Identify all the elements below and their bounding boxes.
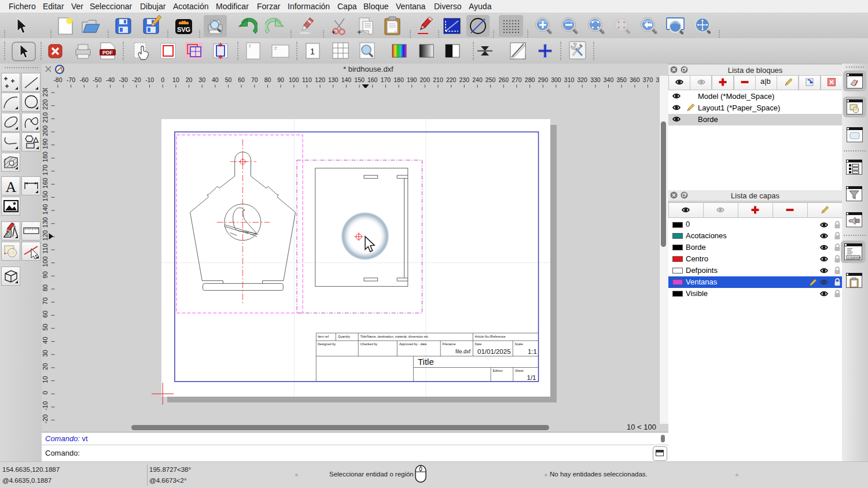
- svg-text:70: 70: [42, 297, 49, 304]
- svg-text:+: +: [357, 28, 362, 36]
- svg-text:340: 340: [604, 76, 614, 83]
- svg-text:300: 300: [551, 76, 561, 83]
- svg-text:Date: Date: [475, 342, 482, 346]
- svg-text:1:1: 1:1: [528, 348, 537, 355]
- svg-text:40: 40: [42, 337, 49, 343]
- svg-text:120: 120: [315, 76, 325, 83]
- svg-text:10: 10: [42, 376, 49, 383]
- svg-text:220: 220: [446, 76, 457, 83]
- svg-text:-30: -30: [119, 76, 128, 83]
- svg-text:-60: -60: [80, 76, 89, 83]
- svg-text:-70: -70: [67, 76, 75, 83]
- svg-text:Quantity: Quantity: [338, 335, 350, 338]
- svg-text:120: 120: [42, 230, 49, 241]
- svg-text:-50: -50: [93, 76, 101, 83]
- svg-text:270: 270: [512, 76, 522, 83]
- svg-text:Filename: Filename: [443, 342, 456, 346]
- svg-text:100: 100: [289, 76, 299, 83]
- svg-text:01/01/2025: 01/01/2025: [477, 348, 511, 355]
- svg-text:80: 80: [264, 76, 271, 83]
- svg-text:A: A: [6, 179, 17, 194]
- svg-text:230: 230: [459, 76, 470, 83]
- svg-text:20: 20: [42, 363, 49, 370]
- svg-text:140: 140: [341, 76, 352, 83]
- svg-text:Approved by - date: Approved by - date: [399, 342, 426, 346]
- svg-text:-10: -10: [145, 76, 154, 83]
- svg-text:190: 190: [42, 139, 49, 149]
- svg-text:160: 160: [42, 178, 49, 188]
- svg-text:Title/Name, destination, mater: Title/Name, destination, material, dimen…: [361, 335, 429, 338]
- svg-text:310: 310: [564, 76, 575, 83]
- svg-text:1: 1: [310, 46, 315, 56]
- svg-text:PDF: PDF: [102, 50, 113, 56]
- svg-text:170: 170: [42, 165, 49, 175]
- svg-text:60: 60: [42, 310, 49, 317]
- svg-text:140: 140: [42, 204, 49, 215]
- svg-text:-20: -20: [42, 415, 49, 424]
- svg-text:50: 50: [225, 76, 232, 83]
- svg-text:+: +: [332, 28, 336, 36]
- svg-text:180: 180: [42, 151, 49, 162]
- svg-text:110: 110: [302, 76, 312, 83]
- svg-text:210: 210: [42, 112, 49, 123]
- svg-text:280: 280: [525, 76, 535, 83]
- svg-text:-20: -20: [132, 76, 141, 83]
- svg-text:10: 10: [172, 76, 179, 83]
- svg-text:0: 0: [42, 391, 49, 394]
- svg-text:80: 80: [42, 284, 49, 291]
- svg-text:320: 320: [577, 76, 587, 83]
- svg-text:Checked by: Checked by: [361, 342, 378, 346]
- svg-text:170: 170: [381, 76, 391, 83]
- svg-text:190: 190: [407, 76, 417, 83]
- svg-text:Item ref: Item ref: [318, 335, 329, 338]
- svg-text:file.dxf: file.dxf: [455, 349, 471, 354]
- svg-text:200: 200: [42, 125, 49, 136]
- svg-text:50: 50: [42, 324, 49, 331]
- svg-text:130: 130: [42, 217, 49, 228]
- svg-text:350: 350: [616, 76, 627, 83]
- svg-text:110: 110: [42, 243, 49, 254]
- svg-text:330: 330: [590, 76, 601, 83]
- svg-text:Scale: Scale: [515, 342, 523, 346]
- svg-text:160: 160: [367, 76, 378, 83]
- svg-text:Title: Title: [418, 357, 434, 367]
- svg-text:150: 150: [354, 76, 365, 83]
- svg-text:360: 360: [630, 76, 640, 83]
- svg-text:230: 230: [42, 88, 49, 97]
- svg-text:90: 90: [277, 76, 284, 83]
- svg-text:180: 180: [393, 76, 404, 83]
- svg-text:-80: -80: [53, 76, 62, 83]
- svg-text:370: 370: [643, 76, 653, 83]
- svg-text:130: 130: [328, 76, 339, 83]
- svg-text:20: 20: [186, 76, 193, 83]
- svg-text:30: 30: [198, 76, 205, 83]
- svg-text:Sheet: Sheet: [515, 369, 524, 372]
- svg-text:100: 100: [42, 256, 49, 267]
- svg-text:240: 240: [472, 76, 483, 83]
- svg-text:Designed by: Designed by: [318, 342, 336, 346]
- svg-text:200: 200: [420, 76, 431, 83]
- svg-text:-40: -40: [106, 76, 115, 83]
- svg-text:210: 210: [433, 76, 443, 83]
- svg-text:Edition: Edition: [493, 369, 503, 372]
- svg-text:c:\command: c:\command: [848, 256, 861, 259]
- svg-text:40: 40: [212, 76, 219, 83]
- svg-text:90: 90: [42, 271, 49, 278]
- svg-text:1/1: 1/1: [527, 374, 536, 381]
- svg-text:SVG: SVG: [177, 26, 190, 33]
- svg-text:290: 290: [538, 76, 549, 83]
- svg-text:250: 250: [486, 76, 496, 83]
- svg-text:60: 60: [238, 76, 245, 83]
- svg-text:150: 150: [42, 191, 49, 201]
- svg-text:220: 220: [42, 99, 49, 110]
- svg-text:0: 0: [161, 76, 164, 83]
- svg-text:30: 30: [42, 350, 49, 357]
- svg-text:-10: -10: [42, 401, 49, 411]
- svg-text:70: 70: [251, 76, 258, 83]
- svg-text:Article No./Reference: Article No./Reference: [475, 335, 506, 338]
- svg-text:260: 260: [499, 76, 509, 83]
